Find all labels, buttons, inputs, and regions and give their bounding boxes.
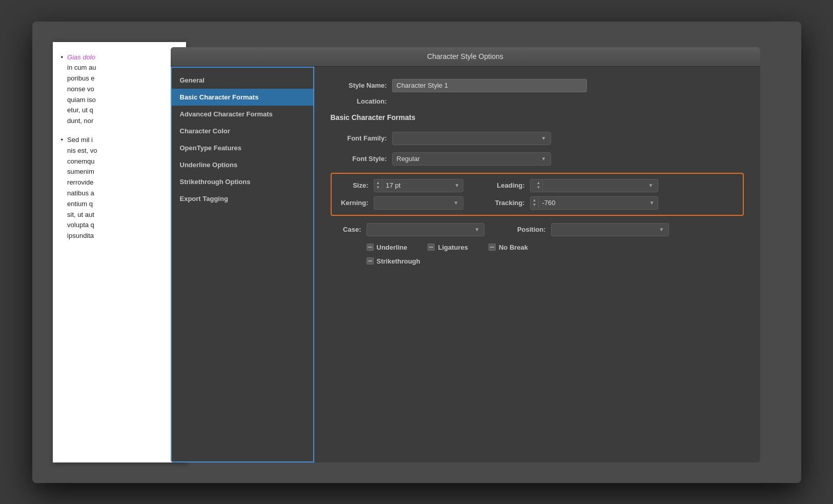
font-family-label: Font Family: <box>331 134 387 142</box>
no-break-checkbox-icon <box>489 244 496 251</box>
size-spinner[interactable]: ▲ ▼ <box>374 180 383 191</box>
leading-chevron-icon: ▼ <box>648 183 654 188</box>
kerning-chevron-icon: ▼ <box>454 200 459 206</box>
sidebar-item-general[interactable]: General <box>172 72 313 89</box>
tracking-value: -760 <box>539 199 646 207</box>
case-position-row: Case: ▼ Position: ▼ <box>331 223 744 236</box>
sidebar-item-advanced-character-formats[interactable]: Advanced Character Formats <box>172 106 313 123</box>
leading-down-arrow[interactable]: ▼ <box>537 186 541 190</box>
dialog: Character Style Options General Basic Ch… <box>171 47 760 462</box>
sidebar-item-underline-options[interactable]: Underline Options <box>172 156 313 173</box>
leading-label: Leading: <box>479 182 525 189</box>
style-name-input[interactable] <box>392 79 587 92</box>
sidebar: General Basic Character Formats Advanced… <box>171 67 314 462</box>
tracking-label: Tracking: <box>479 199 525 207</box>
size-chevron-icon: ▼ <box>455 183 463 188</box>
ligatures-label: Ligatures <box>438 244 468 251</box>
kerning-tracking-row: Kerning: ▼ Tracking: ▲ ▼ -760 <box>338 196 737 210</box>
kerning-label: Kerning: <box>338 199 369 207</box>
dialog-title: Character Style Options <box>427 52 503 61</box>
position-chevron-icon: ▼ <box>659 227 664 232</box>
leading-dropdown[interactable]: ▲ ▼ ▼ <box>530 179 658 192</box>
style-name-row: Style Name: <box>331 79 744 92</box>
sidebar-item-basic-character-formats[interactable]: Basic Character Formats <box>172 89 313 106</box>
position-label: Position: <box>500 226 546 233</box>
font-style-value: Regular <box>397 155 420 163</box>
underline-checkbox-icon <box>367 244 374 251</box>
location-row: Location: <box>331 97 744 105</box>
underline-checkbox[interactable]: Underline <box>367 244 408 251</box>
no-break-label: No Break <box>499 244 528 251</box>
strikethrough-checkbox-icon <box>367 257 374 265</box>
size-down-arrow[interactable]: ▼ <box>376 186 380 190</box>
font-family-chevron-icon: ▼ <box>541 135 546 141</box>
tracking-input-group[interactable]: ▲ ▼ -760 ▼ <box>530 196 658 210</box>
tracking-down-arrow[interactable]: ▼ <box>533 203 537 208</box>
style-name-label: Style Name: <box>331 82 387 89</box>
font-style-label: Font Style: <box>331 155 387 163</box>
sidebar-item-export-tagging[interactable]: Export Tagging <box>172 190 313 207</box>
underline-label: Underline <box>377 244 408 251</box>
location-label: Location: <box>331 97 387 105</box>
bullet-2: Sed mil i nis est, vo conemqu sumenim re… <box>61 135 178 241</box>
sidebar-item-strikethrough-options[interactable]: Strikethrough Options <box>172 173 313 190</box>
size-leading-row: Size: ▲ ▼ 17 pt ▼ Leading: <box>338 179 737 192</box>
checkbox-row-2: Strikethrough <box>331 257 744 265</box>
strikethrough-checkbox[interactable]: Strikethrough <box>367 257 420 265</box>
font-style-dropdown[interactable]: Regular ▼ <box>392 152 551 166</box>
case-chevron-icon: ▼ <box>475 227 480 232</box>
size-label: Size: <box>338 182 369 189</box>
sidebar-item-opentype-features[interactable]: OpenType Features <box>172 139 313 156</box>
case-label: Case: <box>331 226 361 233</box>
font-family-row: Font Family: ▼ <box>331 132 744 145</box>
font-family-dropdown[interactable]: ▼ <box>392 132 551 145</box>
bullet-1: Gias dolo in cum au poribus e nonse vo q… <box>61 52 178 127</box>
size-value: 17 pt <box>382 182 451 189</box>
size-input-group[interactable]: ▲ ▼ 17 pt ▼ <box>374 179 463 192</box>
highlight-group: Size: ▲ ▼ 17 pt ▼ Leading: <box>331 173 744 216</box>
kerning-dropdown[interactable]: ▼ <box>374 196 463 210</box>
checkbox-row-1: Underline Ligatures No Break <box>331 244 744 251</box>
position-dropdown[interactable]: ▼ <box>551 223 669 236</box>
font-style-chevron-icon: ▼ <box>541 156 546 162</box>
document-page: Gias dolo in cum au poribus e nonse vo q… <box>53 42 186 462</box>
leading-spinner[interactable]: ▲ ▼ <box>535 180 543 191</box>
section-title: Basic Character Formats <box>331 113 744 122</box>
strikethrough-label: Strikethrough <box>377 257 420 265</box>
no-break-checkbox[interactable]: No Break <box>489 244 528 251</box>
case-dropdown[interactable]: ▼ <box>367 223 484 236</box>
title-bar: Character Style Options <box>171 47 760 67</box>
tracking-chevron-icon: ▼ <box>649 200 658 206</box>
ligatures-checkbox[interactable]: Ligatures <box>428 244 468 251</box>
tracking-spinner[interactable]: ▲ ▼ <box>531 197 539 209</box>
content-area: Style Name: Location: Basic Character Fo… <box>314 67 760 462</box>
sidebar-item-character-color[interactable]: Character Color <box>172 123 313 139</box>
ligatures-checkbox-icon <box>428 244 435 251</box>
font-style-row: Font Style: Regular ▼ <box>331 152 744 166</box>
